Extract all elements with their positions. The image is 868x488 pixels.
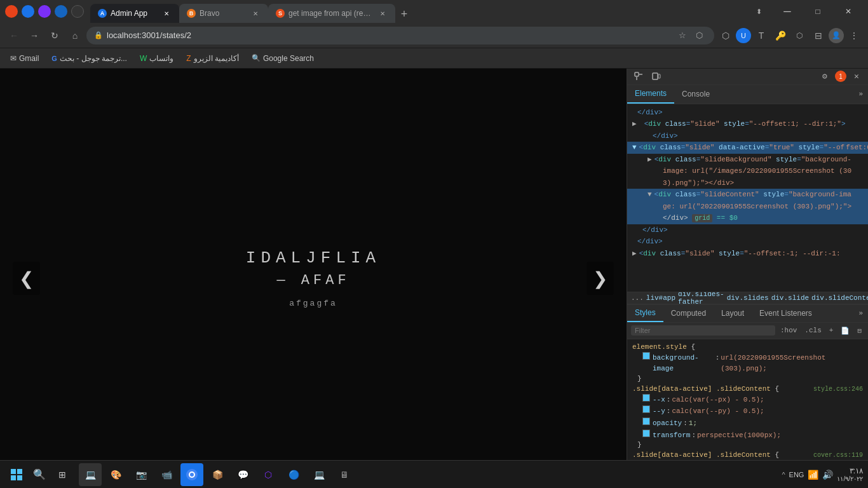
tab-computed[interactable]: Computed: [663, 304, 714, 322]
prop-background-image-element[interactable]: background-image : url(20220901955Screen…: [632, 352, 863, 375]
breadcrumb-slide-content[interactable]: div.slideContent: [811, 294, 868, 302]
maximize-button[interactable]: □: [803, 0, 832, 23]
close-button[interactable]: ✕: [834, 0, 863, 23]
dom-line-6b[interactable]: ge: url("20220901955Screenshot (303).png…: [627, 201, 868, 213]
dom-line-7[interactable]: </div>: [627, 224, 868, 236]
refresh-button[interactable]: ↻: [46, 27, 64, 44]
dom-line-2[interactable]: ▶ <div class="slide" style="--offset:1; …: [627, 118, 868, 130]
prop-checkbox-tr1[interactable]: [642, 430, 650, 437]
tab-stackoverflow[interactable]: S get image from api (react) - Stac... ✕: [268, 4, 395, 23]
expand-icon-3[interactable]: ▶: [632, 154, 652, 165]
dom-line-5c[interactable]: 3).png");"></div>: [627, 177, 868, 189]
address-bar[interactable]: 🔒 localhost:3001/states/2 ☆ ⬡: [86, 27, 714, 44]
tab-bravo[interactable]: B Bravo ✕: [179, 4, 268, 23]
taskbar-app-11[interactable]: 🖥: [333, 463, 356, 486]
taskbar-chrome-active[interactable]: [180, 463, 203, 486]
prop-opacity-1[interactable]: opacity : 1;: [632, 417, 863, 430]
devtools-settings-icon[interactable]: ⚙: [817, 69, 832, 84]
dom-line-4[interactable]: ▼ <div class="slide" data-active="true" …: [627, 142, 868, 154]
dom-line-5b[interactable]: image: url("/images/20220901955Screensho…: [627, 165, 868, 177]
extensions-icon[interactable]: ⬡: [691, 28, 707, 43]
source-label-1[interactable]: style.css:246: [813, 386, 863, 393]
tab-event-listeners[interactable]: Event Listeners: [752, 304, 820, 322]
taskbar-app-vscode[interactable]: 💻: [79, 463, 102, 486]
tab-close-admin[interactable]: ✕: [161, 8, 172, 18]
browser-icon-4[interactable]: [55, 5, 67, 18]
bookmark-translate[interactable]: G ترجمة جوجل - بحث...: [46, 53, 132, 64]
prop-y-1[interactable]: --y : calc(var(--py) - 0.5);: [632, 405, 863, 417]
start-button[interactable]: [5, 463, 28, 486]
dom-panel[interactable]: </div> ▶ <div class="slide" style="--off…: [627, 104, 868, 292]
tab-styles[interactable]: Styles: [627, 304, 663, 322]
toggle-style-btn[interactable]: ⊟: [855, 327, 864, 335]
browser-icon-5[interactable]: [71, 5, 84, 18]
prop-transform-1[interactable]: transform : perspective(1000px);: [632, 430, 863, 442]
bookmark-zero[interactable]: Z أكاديمية الزيرو: [181, 53, 244, 64]
home-button[interactable]: ⌂: [66, 27, 84, 44]
bookmark-gmail[interactable]: ✉ Gmail: [5, 53, 44, 64]
devtools-more-tabs[interactable]: »: [853, 90, 868, 98]
dom-line-6[interactable]: ▼ <div class="slideContent" style="backg…: [627, 189, 868, 201]
taskbar-search-button[interactable]: 🔍: [28, 463, 51, 486]
taskbar-app-8[interactable]: ⬡: [257, 463, 280, 486]
avatar-icon[interactable]: 👤: [829, 28, 844, 43]
taskbar-app-zoom[interactable]: 📷: [130, 463, 153, 486]
expand-icon-2[interactable]: ▼: [632, 142, 637, 153]
cls-filter-btn[interactable]: .cls: [802, 327, 824, 334]
tab-close-so[interactable]: ✕: [377, 8, 388, 18]
prop-checkbox[interactable]: [642, 352, 650, 360]
dom-line-8[interactable]: </div>: [627, 236, 868, 248]
tab-console[interactable]: Console: [674, 85, 717, 104]
dom-line-9[interactable]: ▶ <div class="slide" style="--offset:-1;…: [627, 248, 868, 260]
network-icon[interactable]: 📶: [808, 470, 818, 480]
new-tab-button[interactable]: +: [395, 5, 413, 23]
tab-layout[interactable]: Layout: [714, 304, 752, 322]
tray-lang[interactable]: ENG: [789, 471, 804, 478]
restore-down-icon[interactable]: ⬍: [750, 3, 768, 20]
devtools-console-badge[interactable]: 1: [835, 71, 846, 82]
password-icon[interactable]: 🔑: [771, 27, 789, 44]
minimize-button[interactable]: ─: [773, 0, 802, 23]
taskbar-app-7[interactable]: 💬: [231, 463, 254, 486]
prop-checkbox-x1[interactable]: [642, 394, 650, 402]
breadcrumb-app[interactable]: liv#app: [646, 294, 675, 302]
tab-admin-app[interactable]: A Admin App ✕: [90, 4, 179, 23]
browser-icon-2[interactable]: [22, 5, 34, 18]
addon-icon[interactable]: ⬡: [790, 27, 808, 44]
dom-line-6c[interactable]: </div> grid == $0: [627, 212, 868, 224]
breadcrumb-slide[interactable]: div.slide: [771, 294, 809, 302]
expand-icon-5[interactable]: ▶: [632, 248, 637, 259]
menu-icon[interactable]: ⋮: [845, 27, 863, 44]
task-view-button[interactable]: ⊞: [51, 463, 74, 486]
source-label-2[interactable]: cover.css:119: [813, 452, 863, 459]
breadcrumb-slides[interactable]: div.slides: [727, 294, 769, 302]
styles-filter-input[interactable]: [631, 325, 775, 336]
forward-button[interactable]: →: [25, 27, 43, 44]
sidebar-icon[interactable]: ⊟: [810, 27, 827, 44]
breadcrumb-dots[interactable]: ...: [631, 294, 644, 302]
bookmark-star-icon[interactable]: ☆: [675, 28, 690, 43]
extensions-puzzle-icon[interactable]: ⬡: [717, 27, 735, 44]
device-mode-icon[interactable]: [649, 69, 664, 84]
prop-checkbox-y1[interactable]: [642, 405, 650, 413]
back-button[interactable]: ←: [5, 27, 23, 44]
page-style-btn[interactable]: 📄: [838, 327, 852, 335]
taskbar-app-6[interactable]: 📦: [206, 463, 229, 486]
breadcrumb-slides-father[interactable]: div.slides-father: [678, 292, 724, 304]
translate-icon[interactable]: T: [752, 27, 770, 44]
inspect-element-icon[interactable]: [631, 69, 646, 84]
tab-elements[interactable]: Elements: [627, 85, 674, 104]
slide-next-button[interactable]: ❯: [587, 262, 614, 295]
bookmark-google-search[interactable]: 🔍 Google Search: [247, 53, 319, 64]
browser-icon-3[interactable]: [38, 5, 51, 18]
tab-close-bravo[interactable]: ✕: [250, 8, 261, 18]
dom-line-1[interactable]: </div>: [627, 107, 868, 119]
devtools-close-icon[interactable]: ✕: [849, 69, 864, 84]
sound-icon[interactable]: 🔊: [822, 470, 833, 480]
prop-checkbox-op1[interactable]: [642, 417, 650, 425]
taskbar-app-9[interactable]: 🔵: [282, 463, 305, 486]
profile-icon[interactable]: U: [736, 28, 751, 43]
clock[interactable]: ٣:١٨ ١١/٩/٢٠٢٢: [837, 466, 863, 482]
dom-line-5[interactable]: ▶ <div class="slideBackground" style="ba…: [627, 154, 868, 166]
tray-up-arrow[interactable]: ^: [782, 471, 785, 478]
